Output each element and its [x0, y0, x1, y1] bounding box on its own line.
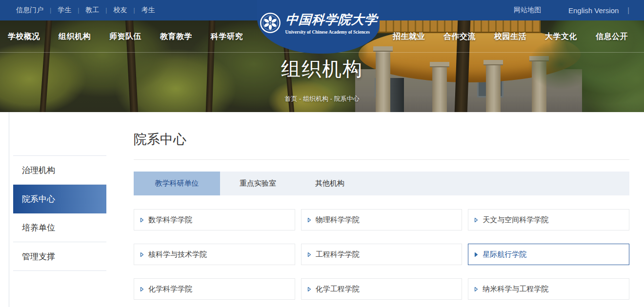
link-applicants[interactable]: 考生: [141, 6, 155, 15]
sidebar-item-departments[interactable]: 院系中心: [13, 185, 106, 213]
nav-research[interactable]: 科学研究: [211, 32, 243, 42]
divider: |: [105, 7, 107, 14]
department-card[interactable]: 数学科学学院: [134, 209, 295, 230]
sitemap-link[interactable]: 网站地图: [514, 6, 541, 15]
utility-links: 信息门户 | 学生 | 教工 | 校友 | 考生: [16, 6, 155, 15]
link-students[interactable]: 学生: [58, 6, 71, 15]
department-name: 天文与空间科学学院: [483, 215, 548, 225]
triangle-right-icon: [140, 287, 144, 292]
nav-admissions[interactable]: 招生就业: [393, 32, 425, 42]
content-area: 治理机构 院系中心 培养单位 管理支撑 院系中心 教学科研单位 重点实验室 其他…: [0, 112, 644, 307]
department-name: 核科学与技术学院: [148, 250, 207, 259]
department-name: 数学科学学院: [148, 215, 192, 225]
department-name: 星际航行学院: [483, 250, 526, 259]
nav-cooperation[interactable]: 合作交流: [443, 32, 476, 42]
main-panel: 院系中心 教学科研单位 重点实验室 其他机构 数学科学学院 物理科学学院: [134, 112, 629, 307]
divider: |: [50, 7, 51, 14]
tab-key-laboratories[interactable]: 重点实验室: [220, 172, 296, 195]
department-card[interactable]: 纳米科学与工程学院: [468, 278, 629, 300]
triangle-right-icon: [307, 217, 311, 223]
department-card[interactable]: 核科学与技术学院: [134, 244, 295, 265]
nav-school-overview[interactable]: 学校概况: [8, 32, 40, 42]
utility-right: 网站地图 English Version |: [514, 6, 629, 15]
title-divider: [134, 159, 629, 160]
department-grid: 数学科学学院 物理科学学院 天文与空间科学学院 核科学与技术学院 工程科学学院: [134, 209, 629, 300]
page: 信息门户 | 学生 | 教工 | 校友 | 考生 网站地图 English Ve…: [0, 0, 644, 307]
nav-faculty[interactable]: 师资队伍: [109, 32, 141, 42]
department-card[interactable]: 工程科学学院: [301, 244, 463, 265]
department-card-highlighted[interactable]: 星际航行学院: [468, 244, 629, 265]
department-name: 物理科学学院: [316, 215, 360, 225]
divider: |: [133, 7, 135, 14]
logo-text: 中国科学院大学 University of Chinese Academy of…: [285, 11, 378, 35]
logo-title-cn: 中国科学院大学: [284, 11, 378, 28]
link-alumni[interactable]: 校友: [113, 6, 127, 15]
page-title: 院系中心: [134, 131, 629, 148]
tab-teaching-research-units[interactable]: 教学科研单位: [134, 172, 220, 195]
tab-bar: 教学科研单位 重点实验室 其他机构: [134, 172, 629, 195]
nav-info-disclosure[interactable]: 信息公开: [596, 32, 628, 42]
department-card[interactable]: 天文与空间科学学院: [468, 209, 629, 230]
sidebar: 治理机构 院系中心 培养单位 管理支撑: [9, 112, 111, 307]
triangle-right-icon: [140, 252, 144, 257]
triangle-right-icon: [474, 217, 478, 223]
english-version-link[interactable]: English Version: [568, 6, 619, 15]
logo-title-en: University of Chinese Academy of Science…: [285, 30, 378, 35]
department-name: 工程科学学院: [316, 250, 360, 259]
triangle-right-icon: [307, 287, 311, 292]
nav-education[interactable]: 教育教学: [160, 32, 192, 42]
department-name: 纳米科学与工程学院: [483, 285, 548, 294]
divider: |: [78, 7, 79, 14]
main-nav-right: 招生就业 合作交流 校园生活 大学文化 信息公开: [393, 20, 628, 53]
department-card[interactable]: 化学科学学院: [134, 278, 295, 300]
department-name: 化学科学学院: [148, 285, 192, 294]
triangle-right-icon: [140, 217, 144, 223]
triangle-right-icon: [307, 252, 311, 257]
sidebar-item-admin-support[interactable]: 管理支撑: [13, 242, 106, 271]
department-card[interactable]: 化学工程学院: [301, 278, 463, 300]
nav-organization[interactable]: 组织机构: [59, 32, 91, 42]
link-faculty[interactable]: 教工: [85, 6, 99, 15]
sidebar-list: 治理机构 院系中心 培养单位 管理支撑: [13, 155, 106, 271]
page-banner-title: 组织机构: [0, 56, 644, 82]
department-name: 化学工程学院: [316, 285, 360, 294]
main-nav-left: 学校概况 组织机构 师资队伍 教育教学 科学研究: [8, 20, 243, 53]
sidebar-item-governance[interactable]: 治理机构: [13, 156, 106, 185]
divider: |: [627, 6, 629, 14]
ucas-emblem-icon: [260, 12, 281, 34]
nav-culture[interactable]: 大学文化: [545, 32, 577, 42]
triangle-right-icon: [474, 287, 478, 292]
triangle-right-icon: [474, 252, 478, 257]
breadcrumb[interactable]: 首页 - 组织机构 - 院系中心: [0, 95, 644, 103]
department-card[interactable]: 物理科学学院: [301, 209, 463, 230]
nav-campus-life[interactable]: 校园生活: [494, 32, 526, 42]
link-info-portal[interactable]: 信息门户: [16, 6, 43, 15]
tab-other-institutions[interactable]: 其他机构: [296, 172, 364, 195]
sidebar-item-training-units[interactable]: 培养单位: [13, 213, 106, 242]
